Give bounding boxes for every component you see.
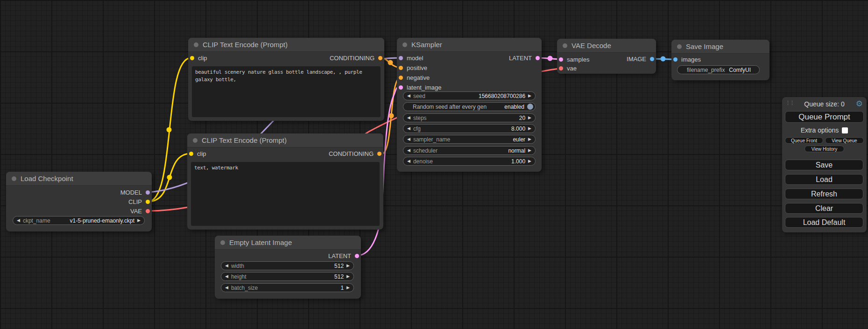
vae-input-port[interactable] <box>559 66 563 70</box>
node-ksampler[interactable]: KSampler model positive negative latent_… <box>397 38 542 172</box>
next-arrow-icon[interactable]: ▶ <box>528 137 531 141</box>
next-arrow-icon[interactable]: ▶ <box>346 286 350 290</box>
latent-image-input-port[interactable] <box>399 85 403 90</box>
prev-arrow-icon[interactable]: ◀ <box>407 137 410 141</box>
widget-label: steps <box>413 115 516 121</box>
node-title: CLIP Text Encode (Prompt) <box>202 136 287 144</box>
node-titlebar[interactable]: CLIP Text Encode (Prompt) <box>188 38 384 52</box>
node-titlebar[interactable]: Empty Latent Image <box>215 236 361 250</box>
node-titlebar[interactable]: VAE Decode <box>557 39 656 53</box>
refresh-button[interactable]: Refresh <box>785 189 863 199</box>
conditioning-output-port[interactable] <box>378 56 382 60</box>
input-label-positive: positive <box>407 64 427 71</box>
node-graph-canvas[interactable]: Load Checkpoint MODEL CLIP VAE ◀ ckpt_na… <box>0 0 868 329</box>
positive-input-port[interactable] <box>399 66 403 70</box>
sampler-name-widget[interactable]: ◀ sampler_name euler ▶ <box>403 135 536 144</box>
prev-arrow-icon[interactable]: ◀ <box>407 148 410 153</box>
node-title: VAE Decode <box>572 42 611 49</box>
height-widget[interactable]: ◀ height 512 ▶ <box>221 272 354 281</box>
ckpt-name-widget[interactable]: ◀ ckpt_name v1-5-pruned-emaonly.ckpt ▶ <box>13 216 145 225</box>
prev-arrow-icon[interactable]: ◀ <box>225 274 228 279</box>
save-button[interactable]: Save <box>785 160 863 170</box>
batch-size-widget[interactable]: ◀ batch_size 1 ▶ <box>221 283 354 292</box>
extra-options-label: Extra options <box>801 126 839 134</box>
node-titlebar[interactable]: CLIP Text Encode (Prompt) <box>187 133 383 147</box>
latent-output-port[interactable] <box>536 56 540 60</box>
node-vae-decode[interactable]: VAE Decode samples vae IMAGE <box>557 39 656 74</box>
image-output-port[interactable] <box>650 57 654 61</box>
node-empty-latent-image[interactable]: Empty Latent Image LATENT ◀ width 512 ▶ … <box>215 236 361 299</box>
next-arrow-icon[interactable]: ▶ <box>137 218 141 223</box>
queue-front-button[interactable]: Queue Front <box>785 137 823 144</box>
clip-output-port[interactable] <box>146 200 150 204</box>
node-titlebar[interactable]: KSampler <box>397 38 542 52</box>
output-label-latent: LATENT <box>328 252 351 259</box>
prev-arrow-icon[interactable]: ◀ <box>407 126 410 131</box>
next-arrow-icon[interactable]: ▶ <box>346 274 350 279</box>
toggle-knob-icon[interactable] <box>527 104 533 110</box>
vae-output-port[interactable] <box>146 209 150 213</box>
latent-output-port[interactable] <box>355 254 359 258</box>
node-clip-text-encode-negative[interactable]: CLIP Text Encode (Prompt) clip CONDITION… <box>187 133 383 230</box>
collapse-dot-icon[interactable] <box>677 44 682 49</box>
gear-icon[interactable]: ⚙ <box>856 99 863 109</box>
next-arrow-icon[interactable]: ▶ <box>528 94 531 98</box>
input-label-images: images <box>681 56 701 63</box>
random-seed-toggle[interactable]: Random seed after every gen enabled <box>403 102 536 111</box>
clear-button[interactable]: Clear <box>785 203 863 214</box>
cfg-widget[interactable]: ◀ cfg 8.000 ▶ <box>403 124 536 133</box>
next-arrow-icon[interactable]: ▶ <box>528 126 531 131</box>
collapse-dot-icon[interactable] <box>193 138 198 143</box>
next-arrow-icon[interactable]: ▶ <box>346 264 350 268</box>
conditioning-output-port[interactable] <box>377 152 381 156</box>
prev-arrow-icon[interactable]: ◀ <box>225 264 228 268</box>
widget-label: scheduler <box>413 147 505 154</box>
queue-size-label: Queue size: 0 <box>782 100 867 108</box>
prev-arrow-icon[interactable]: ◀ <box>407 159 410 163</box>
negative-prompt-text[interactable]: text, watermark <box>191 162 380 226</box>
input-label-latent-image: latent_image <box>407 84 441 91</box>
widget-value: normal <box>508 147 525 154</box>
output-label-image: IMAGE <box>627 56 646 63</box>
steps-widget[interactable]: ◀ steps 20 ▶ <box>403 113 536 122</box>
input-label-negative: negative <box>407 74 430 81</box>
next-arrow-icon[interactable]: ▶ <box>528 159 531 163</box>
prev-arrow-icon[interactable]: ◀ <box>407 116 410 120</box>
collapse-dot-icon[interactable] <box>12 176 16 181</box>
prev-arrow-icon[interactable]: ◀ <box>407 94 410 98</box>
output-label-latent: LATENT <box>509 55 532 62</box>
node-clip-text-encode-positive[interactable]: CLIP Text Encode (Prompt) clip CONDITION… <box>188 38 384 121</box>
node-load-checkpoint-titlebar[interactable]: Load Checkpoint <box>6 172 152 186</box>
prev-arrow-icon[interactable]: ◀ <box>17 218 20 223</box>
widget-label: sampler_name <box>413 136 510 143</box>
prev-arrow-icon[interactable]: ◀ <box>225 286 228 290</box>
widget-value: 512 <box>334 263 344 269</box>
extra-options-checkbox[interactable] <box>842 127 848 133</box>
view-queue-button[interactable]: View Queue <box>825 137 864 144</box>
load-button[interactable]: Load <box>785 174 863 185</box>
widget-label: height <box>231 273 332 280</box>
next-arrow-icon[interactable]: ▶ <box>528 148 531 153</box>
width-widget[interactable]: ◀ width 512 ▶ <box>221 261 354 270</box>
load-default-button[interactable]: Load Default <box>785 217 863 228</box>
positive-prompt-text[interactable]: beautiful scenery nature glass bottle la… <box>192 66 381 117</box>
collapse-dot-icon[interactable] <box>563 43 567 48</box>
collapse-dot-icon[interactable] <box>194 42 198 47</box>
view-history-button[interactable]: View History <box>804 146 844 152</box>
model-output-port[interactable] <box>146 190 150 195</box>
queue-menu-panel: ⋮⋮ Queue size: 0 ⚙ Queue Prompt Extra op… <box>782 97 867 232</box>
collapse-dot-icon[interactable] <box>220 240 225 245</box>
denoise-widget[interactable]: ◀ denoise 1.000 ▶ <box>403 157 536 166</box>
collapse-dot-icon[interactable] <box>402 42 407 47</box>
node-load-checkpoint[interactable]: Load Checkpoint MODEL CLIP VAE ◀ ckpt_na… <box>6 172 152 231</box>
next-arrow-icon[interactable]: ▶ <box>528 116 531 120</box>
node-titlebar[interactable]: Save Image <box>671 40 769 54</box>
widget-value: 20 <box>519 115 525 121</box>
queue-prompt-button[interactable]: Queue Prompt <box>785 111 864 123</box>
negative-input-port[interactable] <box>399 76 403 80</box>
node-save-image[interactable]: Save Image images filename_prefix ComfyU… <box>671 40 769 80</box>
scheduler-widget[interactable]: ◀ scheduler normal ▶ <box>403 146 536 155</box>
filename-prefix-widget[interactable]: filename_prefix ComfyUI <box>677 65 760 74</box>
seed-widget[interactable]: ◀ seed 156680208700286 ▶ <box>403 91 536 100</box>
images-input-port[interactable] <box>673 57 677 62</box>
